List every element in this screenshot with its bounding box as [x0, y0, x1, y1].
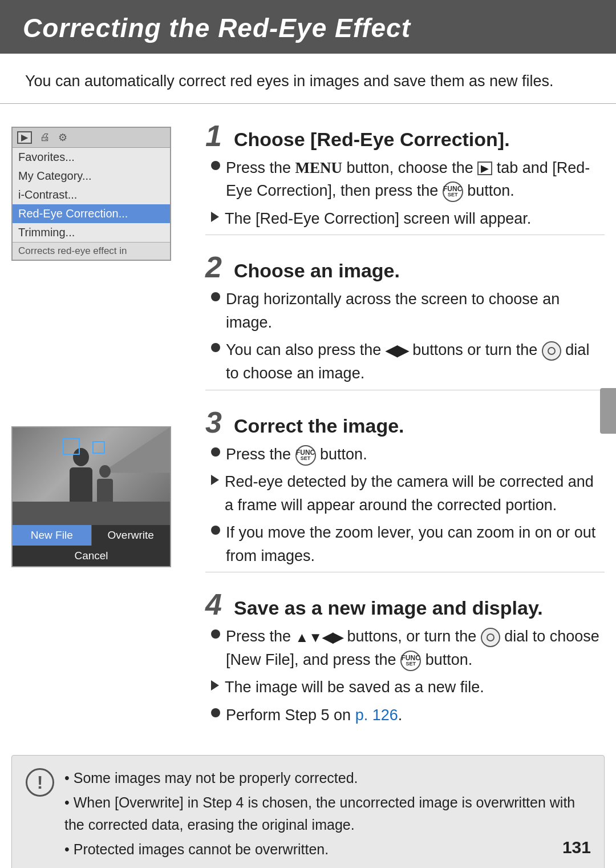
step-3-title: Correct the image.	[234, 415, 404, 437]
camera-screenshot: Red-Eye Correction	[11, 426, 171, 567]
step-4-text-3: Perform Step 5 on p. 126.	[226, 704, 605, 727]
step-4-body: Press the ▲▼◀▶ buttons, or turn the dial…	[205, 625, 605, 726]
camera-buttons-row: New File Overwrite	[13, 524, 170, 546]
step-2-bullet-2: You can also press the ◀▶ buttons or tur…	[211, 338, 605, 385]
step-3-body: Press the FUNCSET button. Red-eye detect…	[205, 443, 605, 568]
menu-screenshot: ▶ 🖨 ⚙ Favorites... My Category... i-Cont…	[11, 127, 171, 261]
step-3-bullet-3: If you move the zoom lever, you can zoom…	[211, 521, 605, 567]
step-2-text-2: You can also press the ◀▶ buttons or tur…	[226, 338, 605, 385]
note-content: Some images may not be properly correcte…	[64, 767, 590, 862]
cancel-button[interactable]: Cancel	[13, 546, 170, 566]
menu-item-favorites: Favorites...	[13, 148, 170, 167]
note-1: Some images may not be properly correcte…	[64, 767, 590, 789]
step-2-bullet-1: Drag horizontally across the screen to c…	[211, 288, 605, 334]
title-bar: Correcting the Red-Eye Effect	[0, 0, 616, 54]
menu-item-trimming: Trimming...	[13, 223, 170, 242]
menu-item-mycategory: My Category...	[13, 167, 170, 185]
step-4-text-1: Press the ▲▼◀▶ buttons, or turn the dial…	[226, 625, 605, 671]
menu-item-icontrast: i-Contrast...	[13, 185, 170, 204]
menu-top-bar: ▶ 🖨 ⚙	[13, 128, 170, 148]
left-column: ▶ 🖨 ⚙ Favorites... My Category... i-Cont…	[11, 121, 188, 744]
step-2-header: 2 Choose an image.	[205, 252, 605, 282]
bullet-circle-icon	[211, 629, 220, 639]
step-4-bullet-1: Press the ▲▼◀▶ buttons, or turn the dial…	[211, 625, 605, 671]
bullet-circle-icon	[211, 447, 220, 457]
overwrite-button[interactable]: Overwrite	[92, 525, 171, 546]
figure-child	[97, 465, 113, 502]
step-3-text-1: Press the FUNCSET button.	[226, 443, 605, 466]
step-1-title: Choose [Red-Eye Correction].	[234, 128, 510, 151]
step-3-bullet-2: Red-eye detected by the camera will be c…	[211, 470, 605, 516]
bullet-circle-icon	[211, 526, 220, 535]
note-3: Protected images cannot be overwritten.	[64, 838, 590, 861]
step-1-body: Press the MENU button, choose the ▶ tab …	[205, 156, 605, 231]
step-2-text-1: Drag horizontally across the screen to c…	[226, 288, 605, 334]
bullet-triangle-icon	[211, 212, 219, 222]
step-4-text-2: The image will be saved as a new file.	[225, 676, 605, 699]
page-title: Correcting the Red-Eye Effect	[23, 13, 593, 43]
step-2: 2 Choose an image. Drag horizontally acr…	[205, 252, 605, 390]
step-1: 1 Choose [Red-Eye Correction]. Press the…	[205, 121, 605, 236]
step-4-bullet-3: Perform Step 5 on p. 126.	[211, 704, 605, 727]
play-tab-icon: ▶	[17, 131, 32, 144]
intro-text: You can automatically correct red eyes i…	[0, 70, 616, 104]
step-1-text-2: The [Red-Eye Correction] screen will app…	[225, 207, 605, 231]
step-3-text-2: Red-eye detected by the camera will be c…	[225, 470, 605, 516]
content-area: ▶ 🖨 ⚙ Favorites... My Category... i-Cont…	[0, 121, 616, 744]
cancel-row: Cancel	[13, 546, 170, 566]
figure-adult	[70, 448, 92, 502]
menu-footer: Corrects red-eye effect in	[13, 242, 170, 260]
step-3: 3 Correct the image. Press the FUNCSET b…	[205, 407, 605, 573]
new-file-button[interactable]: New File	[13, 525, 92, 546]
page-container: Correcting the Red-Eye Effect You can au…	[0, 0, 616, 868]
step-4: 4 Save as a new image and display. Press…	[205, 590, 605, 726]
bullet-circle-icon	[211, 708, 220, 717]
step-1-number: 1	[205, 121, 226, 151]
bullet-circle-icon	[211, 343, 220, 352]
page-link[interactable]: p. 126	[355, 706, 398, 724]
camera-image-area	[13, 427, 170, 524]
side-tab	[600, 388, 616, 434]
step-2-body: Drag horizontally across the screen to c…	[205, 288, 605, 385]
step-3-bullet-1: Press the FUNCSET button.	[211, 443, 605, 466]
step-1-header: 1 Choose [Red-Eye Correction].	[205, 121, 605, 151]
bullet-triangle-icon	[211, 475, 219, 485]
step-4-header: 4 Save as a new image and display.	[205, 590, 605, 619]
step-4-bullet-2: The image will be saved as a new file.	[211, 676, 605, 699]
step-2-number: 2	[205, 252, 226, 282]
menu-item-redeye: Red-Eye Correction...	[13, 204, 170, 223]
note-box: ! Some images may not be properly correc…	[11, 755, 605, 868]
bullet-circle-icon	[211, 292, 220, 301]
right-column: 1 Choose [Red-Eye Correction]. Press the…	[188, 121, 605, 744]
bullet-triangle-icon	[211, 680, 219, 691]
step-3-number: 3	[205, 407, 226, 437]
copy-icon: 🖨	[40, 131, 50, 143]
step-1-bullet-2: The [Red-Eye Correction] screen will app…	[211, 207, 605, 231]
note-2: When [Overwrite] in Step 4 is chosen, th…	[64, 792, 590, 836]
page-number: 131	[562, 838, 591, 857]
settings-icon: ⚙	[58, 131, 67, 144]
step-3-header: 3 Correct the image.	[205, 407, 605, 437]
step-2-title: Choose an image.	[234, 260, 400, 282]
step-4-number: 4	[205, 590, 226, 619]
step-4-title: Save as a new image and display.	[234, 597, 543, 619]
caution-icon: !	[26, 768, 54, 797]
step-1-text-1: Press the MENU button, choose the ▶ tab …	[226, 156, 605, 203]
step-1-bullet-1: Press the MENU button, choose the ▶ tab …	[211, 156, 605, 203]
step-3-text-3: If you move the zoom lever, you can zoom…	[226, 521, 605, 567]
bullet-circle-icon	[211, 161, 220, 170]
